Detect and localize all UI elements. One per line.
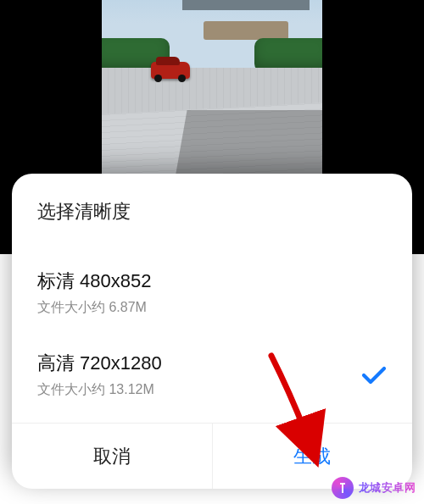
resolution-picker-sheet: 选择清晰度 标清 480x852 文件大小约 6.87M 高清 720x1280… [12, 174, 412, 489]
watermark: 龙城安卓网 [332, 477, 416, 499]
resolution-option-hd[interactable]: 高清 720x1280 文件大小约 13.12M [12, 335, 412, 418]
resolution-option-sd[interactable]: 标清 480x852 文件大小约 6.87M [12, 253, 412, 335]
option-label: 高清 720x1280 [37, 351, 387, 376]
option-filesize: 文件大小约 6.87M [37, 299, 387, 317]
watermark-logo-icon [332, 477, 354, 499]
resolution-option-list: 标清 480x852 文件大小约 6.87M 高清 720x1280 文件大小约… [12, 253, 412, 423]
watermark-text: 龙城安卓网 [359, 480, 416, 496]
sheet-title: 选择清晰度 [12, 174, 412, 253]
cancel-button[interactable]: 取消 [12, 423, 212, 489]
option-label: 标清 480x852 [37, 269, 387, 294]
video-preview-thumbnail [102, 0, 322, 203]
option-filesize: 文件大小约 13.12M [37, 381, 387, 399]
checkmark-icon [361, 366, 387, 388]
